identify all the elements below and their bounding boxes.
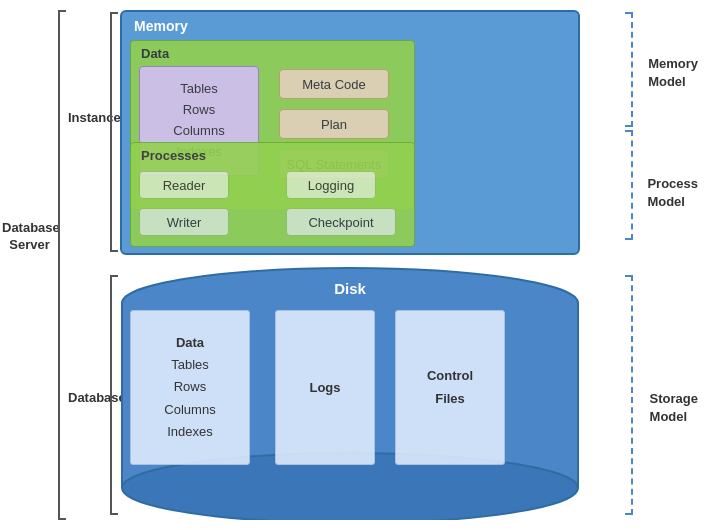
logging-label: Logging xyxy=(308,178,354,193)
control-storage-box: Control Files xyxy=(395,310,505,465)
checkpoint-label: Checkpoint xyxy=(308,215,373,230)
control-files-label-1: Control xyxy=(427,365,473,387)
data-tables-label: Tables xyxy=(180,79,218,100)
control-files-label-2: Files xyxy=(435,388,465,410)
checkpoint-box: Checkpoint xyxy=(286,208,396,236)
data-columns-label: Columns xyxy=(173,121,224,142)
memory-model-bracket xyxy=(625,12,633,127)
logs-label: Logs xyxy=(309,380,340,395)
storage-tables-label: Tables xyxy=(171,354,209,376)
memory-title: Memory xyxy=(134,18,188,34)
disk-title: Disk xyxy=(334,280,366,297)
plan-label: Plan xyxy=(321,117,347,132)
process-model-label: Process Model xyxy=(647,175,698,211)
processes-title: Processes xyxy=(141,148,206,163)
writer-box: Writer xyxy=(139,208,229,236)
storage-rows-label: Rows xyxy=(174,376,207,398)
storage-data-label: Data xyxy=(176,332,204,354)
data-rows-label: Rows xyxy=(183,100,216,121)
instance-bracket xyxy=(110,12,118,252)
storage-columns-label: Columns xyxy=(164,399,215,421)
meta-code-box: Meta Code xyxy=(279,69,389,99)
memory-model-label: Memory Model xyxy=(648,55,698,91)
process-model-bracket xyxy=(625,130,633,240)
reader-label: Reader xyxy=(163,178,206,193)
logs-storage-box: Logs xyxy=(275,310,375,465)
writer-label: Writer xyxy=(167,215,201,230)
data-storage-box: Data Tables Rows Columns Indexes xyxy=(130,310,250,465)
storage-model-label: Storage Model xyxy=(650,390,698,426)
processes-section: Processes Reader Logging Writer Checkpoi… xyxy=(130,142,415,247)
meta-code-label: Meta Code xyxy=(302,77,366,92)
reader-box: Reader xyxy=(139,171,229,199)
db-server-bracket xyxy=(58,10,66,520)
main-container: Database Server Instance Database Memory… xyxy=(0,0,708,530)
storage-indexes-label: Indexes xyxy=(167,421,213,443)
db-server-label: Database Server xyxy=(2,220,57,254)
database-bracket xyxy=(110,275,118,515)
memory-box: Memory Data Tables Rows Columns Indexes … xyxy=(120,10,580,255)
data-section-title: Data xyxy=(141,46,169,61)
logging-box: Logging xyxy=(286,171,376,199)
plan-box: Plan xyxy=(279,109,389,139)
storage-model-bracket xyxy=(625,275,633,515)
